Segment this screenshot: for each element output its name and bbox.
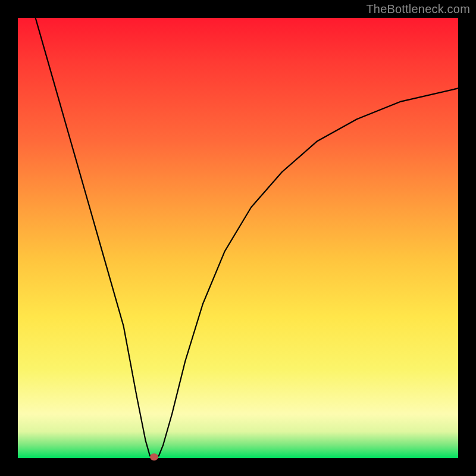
optimal-point-marker [150,453,158,461]
bottleneck-curve [18,18,458,458]
watermark-text: TheBottleneck.com [366,2,470,16]
chart-frame: TheBottleneck.com [0,0,476,476]
plot-area [18,18,458,458]
curve-path [36,18,458,458]
